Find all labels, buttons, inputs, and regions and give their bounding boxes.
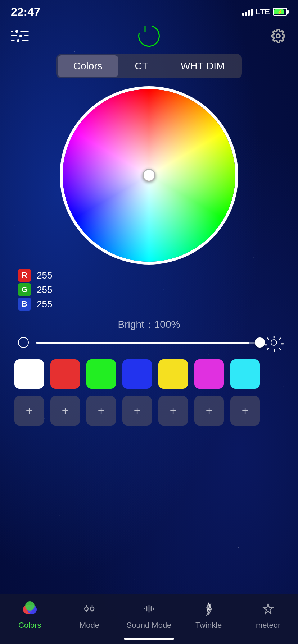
swatch-cyan[interactable] (230, 359, 260, 389)
brightness-fill (36, 342, 249, 344)
signal-bar-4 (251, 9, 253, 16)
swatch-blue[interactable] (122, 359, 152, 389)
lte-label: LTE (256, 7, 270, 17)
color-picker-dot[interactable] (143, 169, 155, 182)
swatch-red[interactable] (50, 359, 80, 389)
brightness-track[interactable] (36, 342, 261, 344)
settings-button[interactable] (269, 27, 287, 45)
add-colors: + + + + + + + (0, 392, 298, 429)
color-wheel-container[interactable] (0, 89, 298, 262)
brightness-thumb[interactable] (255, 337, 265, 348)
signal-bars (242, 8, 253, 16)
brightness-section: Bright：100% (0, 314, 298, 352)
rgb-values: R 255 G 255 B 255 (0, 265, 298, 314)
add-color-btn-2[interactable]: + (50, 396, 80, 426)
b-label: B (18, 298, 31, 310)
sliders-button[interactable] (11, 29, 29, 43)
add-color-btn-6[interactable]: + (194, 396, 224, 426)
color-wheel[interactable] (63, 89, 235, 262)
add-color-btn-7[interactable]: + (230, 396, 260, 426)
add-color-btn-1[interactable]: + (14, 396, 44, 426)
add-color-btn-4[interactable]: + (122, 396, 152, 426)
r-value: 255 (37, 270, 52, 281)
rgb-row-r: R 255 (18, 269, 280, 282)
tab-wht-dim[interactable]: WHT DIM (165, 55, 240, 77)
status-bar: 22:47 LTE ⚡ (0, 0, 298, 22)
tab-ct[interactable]: CT (119, 55, 164, 77)
swatch-magenta[interactable] (194, 359, 224, 389)
battery-icon: ⚡ (273, 8, 287, 16)
status-time: 22:47 (11, 5, 40, 19)
r-label: R (18, 269, 31, 282)
brightness-slider[interactable] (18, 336, 280, 349)
swatch-green[interactable] (86, 359, 116, 389)
header-controls (0, 22, 298, 50)
tab-colors[interactable]: Colors (58, 55, 118, 77)
g-label: G (18, 283, 31, 296)
signal-bar-3 (248, 10, 250, 16)
add-color-btn-5[interactable]: + (158, 396, 188, 426)
swatch-white[interactable] (14, 359, 44, 389)
brightness-low-icon (18, 337, 29, 348)
power-button[interactable] (136, 23, 162, 49)
rgb-row-g: G 255 (18, 283, 280, 296)
status-right: LTE ⚡ (242, 7, 287, 17)
brightness-label: Bright：100% (18, 318, 280, 331)
svg-point-0 (276, 34, 280, 38)
swatch-yellow[interactable] (158, 359, 188, 389)
brightness-high-icon (268, 336, 280, 349)
signal-bar-1 (242, 13, 244, 16)
rgb-row-b: B 255 (18, 298, 280, 310)
b-value: 255 (37, 299, 52, 310)
add-color-btn-3[interactable]: + (86, 396, 116, 426)
tab-selector: Colors CT WHT DIM (0, 54, 298, 78)
g-value: 255 (37, 284, 52, 295)
color-swatches (0, 352, 298, 392)
signal-bar-2 (245, 12, 247, 16)
